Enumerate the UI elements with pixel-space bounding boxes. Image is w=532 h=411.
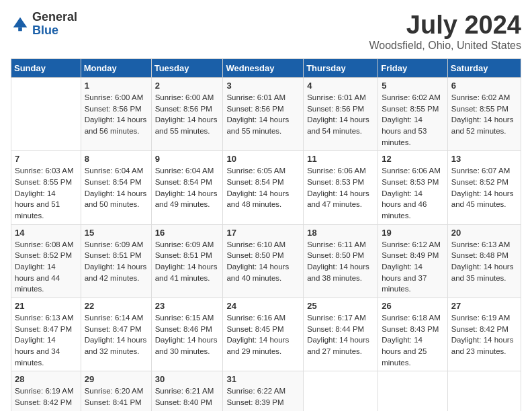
calendar-cell bbox=[11, 78, 81, 151]
calendar-cell: 21 Sunrise: 6:13 AM Sunset: 8:47 PM Dayl… bbox=[11, 298, 81, 371]
day-info: Sunrise: 6:06 AM Sunset: 8:53 PM Dayligh… bbox=[382, 165, 444, 221]
day-number: 20 bbox=[451, 228, 517, 238]
day-number: 27 bbox=[451, 301, 517, 311]
day-number: 10 bbox=[226, 154, 300, 164]
sunset-time: Sunset: 8:45 PM bbox=[226, 325, 283, 333]
sunset-time: Sunset: 8:51 PM bbox=[155, 251, 212, 259]
sunrise-time: Sunrise: 6:09 AM bbox=[155, 240, 214, 248]
sunrise-time: Sunrise: 6:13 AM bbox=[15, 314, 74, 322]
logo-general: General bbox=[32, 11, 77, 24]
calendar-cell: 7 Sunrise: 6:03 AM Sunset: 8:55 PM Dayli… bbox=[11, 151, 81, 224]
day-number: 29 bbox=[85, 374, 148, 384]
title-area: July 2024 Woodsfield, Ohio, United State… bbox=[369, 11, 522, 52]
calendar-cell bbox=[447, 371, 521, 411]
calendar-cell: 26 Sunrise: 6:18 AM Sunset: 8:43 PM Dayl… bbox=[378, 298, 448, 371]
daylight-hours: Daylight: 14 hours and 32 minutes. bbox=[85, 336, 147, 355]
daylight-hours: Daylight: 14 hours and 49 minutes. bbox=[155, 189, 218, 209]
calendar-cell: 17 Sunrise: 6:10 AM Sunset: 8:50 PM Dayl… bbox=[223, 224, 304, 298]
col-saturday: Saturday bbox=[447, 59, 521, 78]
calendar-cell: 11 Sunrise: 6:06 AM Sunset: 8:53 PM Dayl… bbox=[304, 151, 378, 224]
sunset-time: Sunset: 8:49 PM bbox=[382, 251, 439, 259]
sunrise-time: Sunrise: 6:21 AM bbox=[155, 387, 214, 395]
sunset-time: Sunset: 8:56 PM bbox=[226, 105, 283, 113]
day-number: 14 bbox=[15, 228, 77, 238]
daylight-hours: Daylight: 14 hours and 35 minutes. bbox=[451, 263, 514, 282]
sunrise-time: Sunrise: 6:12 AM bbox=[382, 240, 441, 248]
calendar-cell: 16 Sunrise: 6:09 AM Sunset: 8:51 PM Dayl… bbox=[151, 224, 223, 298]
calendar-cell: 10 Sunrise: 6:05 AM Sunset: 8:54 PM Dayl… bbox=[223, 151, 304, 224]
daylight-hours: Daylight: 14 hours and 38 minutes. bbox=[307, 263, 369, 282]
day-number: 26 bbox=[382, 301, 444, 311]
daylight-hours: Daylight: 14 hours and 55 minutes. bbox=[226, 116, 289, 135]
sunset-time: Sunset: 8:54 PM bbox=[155, 178, 212, 186]
day-info: Sunrise: 6:00 AM Sunset: 8:56 PM Dayligh… bbox=[155, 92, 220, 137]
day-number: 3 bbox=[226, 81, 300, 91]
day-number: 17 bbox=[226, 228, 300, 238]
sunrise-time: Sunrise: 6:06 AM bbox=[307, 167, 366, 175]
daylight-hours: Daylight: 14 hours and 53 minutes. bbox=[382, 116, 427, 146]
calendar-cell: 8 Sunrise: 6:04 AM Sunset: 8:54 PM Dayli… bbox=[81, 151, 151, 224]
subtitle: Woodsfield, Ohio, United States bbox=[369, 40, 522, 52]
day-info: Sunrise: 6:00 AM Sunset: 8:56 PM Dayligh… bbox=[85, 92, 148, 137]
sunset-time: Sunset: 8:48 PM bbox=[451, 251, 508, 259]
day-number: 15 bbox=[85, 228, 148, 238]
daylight-hours: Daylight: 14 hours and 55 minutes. bbox=[155, 116, 218, 135]
sunrise-time: Sunrise: 6:04 AM bbox=[155, 167, 214, 175]
day-info: Sunrise: 6:11 AM Sunset: 8:50 PM Dayligh… bbox=[307, 239, 374, 284]
daylight-hours: Daylight: 14 hours and 54 minutes. bbox=[307, 116, 369, 135]
sunset-time: Sunset: 8:52 PM bbox=[15, 251, 72, 259]
sunrise-time: Sunrise: 6:00 AM bbox=[85, 93, 144, 101]
day-info: Sunrise: 6:01 AM Sunset: 8:56 PM Dayligh… bbox=[307, 92, 374, 137]
day-info: Sunrise: 6:17 AM Sunset: 8:44 PM Dayligh… bbox=[307, 312, 374, 357]
calendar-cell: 12 Sunrise: 6:06 AM Sunset: 8:53 PM Dayl… bbox=[378, 151, 448, 224]
calendar-week-4: 21 Sunrise: 6:13 AM Sunset: 8:47 PM Dayl… bbox=[11, 298, 521, 371]
col-monday: Monday bbox=[81, 59, 151, 78]
calendar-week-2: 7 Sunrise: 6:03 AM Sunset: 8:55 PM Dayli… bbox=[11, 151, 521, 224]
sunrise-time: Sunrise: 6:02 AM bbox=[382, 93, 441, 101]
sunrise-time: Sunrise: 6:13 AM bbox=[451, 240, 511, 248]
day-info: Sunrise: 6:10 AM Sunset: 8:50 PM Dayligh… bbox=[226, 239, 300, 284]
day-info: Sunrise: 6:02 AM Sunset: 8:55 PM Dayligh… bbox=[451, 92, 517, 137]
sunset-time: Sunset: 8:54 PM bbox=[226, 178, 283, 186]
day-number: 13 bbox=[451, 154, 517, 164]
daylight-hours: Daylight: 14 hours and 47 minutes. bbox=[307, 189, 369, 209]
calendar-cell: 1 Sunrise: 6:00 AM Sunset: 8:56 PM Dayli… bbox=[81, 78, 151, 151]
calendar-cell: 22 Sunrise: 6:14 AM Sunset: 8:47 PM Dayl… bbox=[81, 298, 151, 371]
col-friday: Friday bbox=[378, 59, 448, 78]
day-number: 19 bbox=[382, 228, 444, 238]
sunrise-time: Sunrise: 6:18 AM bbox=[382, 314, 441, 322]
daylight-hours: Daylight: 14 hours and 41 minutes. bbox=[155, 263, 218, 282]
sunrise-time: Sunrise: 6:04 AM bbox=[85, 167, 144, 175]
sunset-time: Sunset: 8:47 PM bbox=[15, 325, 72, 333]
daylight-hours: Daylight: 14 hours and 40 minutes. bbox=[226, 263, 289, 282]
sunset-time: Sunset: 8:55 PM bbox=[382, 105, 439, 113]
day-info: Sunrise: 6:01 AM Sunset: 8:56 PM Dayligh… bbox=[226, 92, 300, 137]
day-info: Sunrise: 6:12 AM Sunset: 8:49 PM Dayligh… bbox=[382, 239, 444, 295]
calendar-week-1: 1 Sunrise: 6:00 AM Sunset: 8:56 PM Dayli… bbox=[11, 78, 521, 151]
sunset-time: Sunset: 8:56 PM bbox=[307, 105, 364, 113]
sunrise-time: Sunrise: 6:17 AM bbox=[307, 314, 366, 322]
sunrise-time: Sunrise: 6:16 AM bbox=[226, 314, 285, 322]
daylight-hours: Daylight: 14 hours and 37 minutes. bbox=[382, 263, 427, 293]
daylight-hours: Daylight: 14 hours and 50 minutes. bbox=[85, 189, 147, 209]
logo: General Blue bbox=[11, 11, 77, 38]
day-number: 23 bbox=[155, 301, 220, 311]
daylight-hours: Daylight: 14 hours and 56 minutes. bbox=[85, 116, 147, 135]
daylight-hours: Daylight: 14 hours and 25 minutes. bbox=[382, 336, 427, 366]
daylight-hours: Daylight: 14 hours and 30 minutes. bbox=[155, 336, 218, 355]
day-info: Sunrise: 6:07 AM Sunset: 8:52 PM Dayligh… bbox=[451, 165, 517, 210]
daylight-hours: Daylight: 14 hours and 34 minutes. bbox=[15, 336, 60, 366]
sunrise-time: Sunrise: 6:09 AM bbox=[85, 240, 144, 248]
col-wednesday: Wednesday bbox=[223, 59, 304, 78]
day-info: Sunrise: 6:16 AM Sunset: 8:45 PM Dayligh… bbox=[226, 312, 300, 357]
daylight-hours: Daylight: 14 hours and 23 minutes. bbox=[451, 336, 514, 355]
calendar-week-3: 14 Sunrise: 6:08 AM Sunset: 8:52 PM Dayl… bbox=[11, 224, 521, 298]
day-number: 5 bbox=[382, 81, 444, 91]
calendar-cell: 25 Sunrise: 6:17 AM Sunset: 8:44 PM Dayl… bbox=[304, 298, 378, 371]
daylight-hours: Daylight: 14 hours and 46 minutes. bbox=[382, 189, 427, 220]
day-number: 21 bbox=[15, 301, 77, 311]
day-number: 4 bbox=[307, 81, 374, 91]
sunrise-time: Sunrise: 6:22 AM bbox=[226, 387, 285, 395]
calendar-cell: 27 Sunrise: 6:19 AM Sunset: 8:42 PM Dayl… bbox=[447, 298, 521, 371]
sunset-time: Sunset: 8:53 PM bbox=[307, 178, 364, 186]
